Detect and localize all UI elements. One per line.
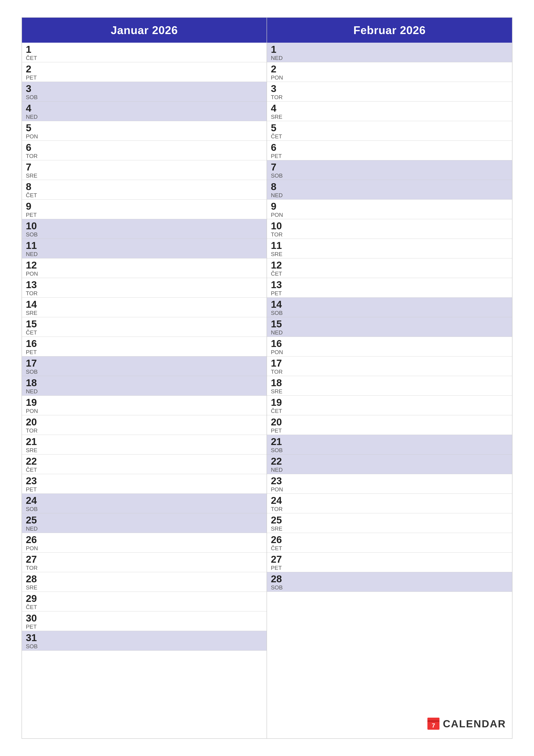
day-name: PET: [26, 75, 41, 80]
day-name: SOB: [26, 643, 41, 649]
day-number: 26: [26, 535, 41, 545]
day-number: 6: [26, 143, 41, 152]
day-number: 20: [271, 417, 286, 427]
day-number: 14: [271, 299, 286, 309]
day-number: 21: [271, 437, 286, 446]
day-name: PET: [26, 349, 41, 355]
day-number: 16: [271, 338, 286, 348]
day-number: 16: [26, 338, 41, 348]
day-number: 23: [26, 476, 41, 486]
day-row: 11NED: [22, 239, 267, 258]
day-row: 3SOB: [22, 82, 267, 101]
day-name: ČET: [26, 55, 41, 61]
day-row: 8ČET: [22, 180, 267, 200]
day-row: 20TOR: [22, 415, 267, 435]
day-name: SOB: [26, 232, 41, 237]
day-number: 8: [26, 182, 41, 192]
day-name: TOR: [271, 94, 286, 100]
day-number: 10: [26, 221, 41, 231]
day-number: 18: [26, 378, 41, 388]
day-row: 11SRE: [267, 239, 512, 258]
day-name: TOR: [271, 232, 286, 237]
day-row: 17TOR: [267, 357, 512, 376]
day-name: PON: [26, 271, 41, 277]
day-number: 28: [26, 574, 41, 584]
day-number: 7: [271, 162, 286, 172]
day-name: NED: [271, 192, 286, 198]
day-name: TOR: [26, 428, 41, 433]
day-number: 7: [26, 162, 41, 172]
day-name: PON: [26, 546, 41, 551]
day-row: 2PON: [267, 62, 512, 82]
day-name: SRE: [26, 447, 41, 453]
day-name: PON: [271, 212, 286, 218]
day-name: SOB: [271, 585, 286, 590]
day-row: 26PON: [22, 533, 267, 553]
day-number: 3: [271, 84, 286, 94]
day-row: 3TOR: [267, 82, 512, 101]
day-number: 15: [26, 319, 41, 329]
day-number: 28: [271, 574, 286, 584]
day-name: NED: [26, 389, 41, 394]
calendar-logo-icon: 7: [427, 717, 440, 730]
day-number: 22: [271, 456, 286, 466]
day-number: 4: [271, 103, 286, 113]
day-name: NED: [26, 526, 41, 531]
day-row: 27PET: [267, 553, 512, 572]
day-number: 11: [26, 240, 41, 251]
page: Januar 2026 1ČET2PET3SOB4NED5PON6TOR7SRE…: [0, 0, 534, 756]
day-name: PET: [271, 153, 286, 159]
day-name: PET: [271, 428, 286, 433]
day-row: 10TOR: [267, 219, 512, 239]
day-row: 5PON: [22, 121, 267, 141]
day-number: 20: [26, 417, 41, 427]
day-number: 25: [26, 515, 41, 525]
day-name: TOR: [26, 565, 41, 571]
day-number: 22: [26, 456, 41, 466]
day-row: 27TOR: [22, 553, 267, 572]
day-row: 24SOB: [22, 494, 267, 513]
day-row: 1NED: [267, 43, 512, 62]
day-row: 4NED: [22, 101, 267, 121]
day-row: 16PON: [267, 337, 512, 357]
day-name: SRE: [26, 310, 41, 316]
day-name: ČET: [26, 604, 41, 610]
day-row: 12PON: [22, 258, 267, 278]
day-row: 18NED: [22, 376, 267, 396]
day-row: 13TOR: [22, 278, 267, 298]
day-number: 17: [271, 358, 286, 368]
day-row: 7SOB: [267, 160, 512, 180]
day-name: SRE: [271, 251, 286, 257]
day-name: PON: [271, 75, 286, 80]
day-name: SRE: [26, 173, 41, 178]
logo-area: 7 CALENDAR: [427, 717, 506, 730]
day-name: SOB: [26, 369, 41, 375]
calendar-grid: Januar 2026 1ČET2PET3SOB4NED5PON6TOR7SRE…: [21, 17, 513, 739]
day-number: 21: [26, 437, 41, 446]
day-name: NED: [26, 251, 41, 257]
day-number: 14: [26, 299, 41, 309]
day-name: ČET: [26, 330, 41, 335]
day-number: 5: [271, 123, 286, 133]
day-name: NED: [271, 467, 286, 472]
day-name: PON: [271, 349, 286, 355]
day-name: ČET: [26, 192, 41, 198]
day-row: 8NED: [267, 180, 512, 200]
day-row: 24TOR: [267, 494, 512, 513]
day-name: PET: [26, 624, 41, 630]
day-row: 1ČET: [22, 43, 267, 62]
day-row: 15ČET: [22, 317, 267, 337]
day-name: PON: [271, 487, 286, 492]
day-number: 6: [271, 143, 286, 152]
day-name: PON: [26, 408, 41, 414]
day-name: PET: [271, 565, 286, 571]
day-number: 15: [271, 319, 286, 329]
day-name: NED: [271, 55, 286, 61]
day-number: 5: [26, 123, 41, 133]
day-number: 23: [271, 476, 286, 486]
day-name: SRE: [271, 389, 286, 394]
day-name: ČET: [271, 546, 286, 551]
day-row: 2PET: [22, 62, 267, 82]
day-name: PET: [271, 290, 286, 296]
day-row: 25NED: [22, 513, 267, 533]
